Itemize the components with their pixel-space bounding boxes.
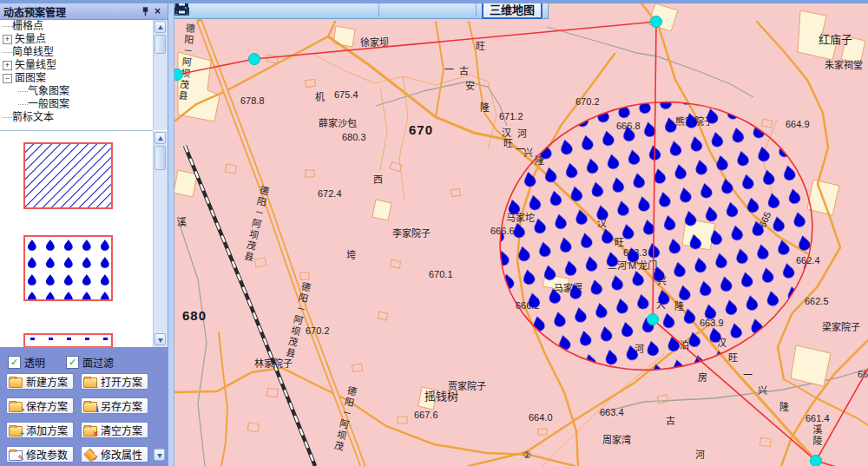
plan-controls-panel: ✓透明✓面过滤 新建方案↓打开方案▪保存方案ℹ另存方案+添加方案✕清空方案✎修改… xyxy=(0,347,168,466)
tree-item-label: 矢量点 xyxy=(15,33,46,46)
tree-connector xyxy=(18,104,28,105)
pattern-scrollbar[interactable] xyxy=(153,131,168,347)
parcel-lines xyxy=(312,54,777,466)
edit-params-icon: ✎ xyxy=(9,449,23,460)
tree-item-label: 气象图案 xyxy=(28,85,69,98)
application-window: 动态预案管理 × 栅格点+矢量点简单线型+矢量线型−面图案气象图案一般图案箭标文… xyxy=(0,0,868,466)
button-label: 添加方案 xyxy=(23,423,71,437)
new-folder-button[interactable]: 新建方案 xyxy=(6,373,74,390)
pattern-list xyxy=(0,130,153,348)
pattern-swatch-drops[interactable] xyxy=(23,235,113,301)
tree-item-label: 简单线型 xyxy=(12,46,54,59)
tree-item-label: 矢量线型 xyxy=(15,59,56,72)
minus-expander-icon[interactable]: − xyxy=(3,74,12,83)
window-top-edge xyxy=(0,0,868,3)
edit-params-button[interactable]: ✎修改参数 xyxy=(6,446,74,463)
tree-item-1[interactable]: +矢量点 xyxy=(0,33,153,46)
tree-connector xyxy=(3,52,12,53)
open-folder-button[interactable]: ↓打开方案 xyxy=(81,373,148,390)
tree-item-3[interactable]: +矢量线型 xyxy=(0,59,153,72)
tree-item-0[interactable]: 栅格点 xyxy=(0,20,153,33)
icon-badge: ✓ xyxy=(92,455,99,463)
tree-item-5[interactable]: 气象图案 xyxy=(0,85,153,98)
saveas-folder-icon: ℹ xyxy=(83,400,97,411)
scroll-down-icon[interactable] xyxy=(155,333,166,345)
tree-item-label: 箭标文本 xyxy=(12,111,54,124)
tree-item-6[interactable]: 一般图案 xyxy=(0,98,153,111)
building-outlines xyxy=(225,55,772,447)
map-viewport[interactable]: 徐家坝德阳－阿坝茂县德阳－阿坝茂县德阳－阿坝茂县德阳－阿坝茂678.8机675.… xyxy=(174,0,868,466)
panel-titlebar: 动态预案管理 × xyxy=(0,3,168,20)
button-label: 修改参数 xyxy=(23,447,71,462)
saveas-folder-button[interactable]: ℹ另存方案 xyxy=(81,397,148,414)
icon-badge: ✕ xyxy=(92,430,99,438)
tree-item-label: 面图案 xyxy=(15,72,46,85)
pattern-scroll-thumb[interactable] xyxy=(155,146,166,170)
add-folder-button[interactable]: +添加方案 xyxy=(6,422,74,438)
tree-item-label: 栅格点 xyxy=(12,20,43,33)
icon-badge: + xyxy=(20,430,24,438)
pattern-swatch-partial[interactable] xyxy=(23,333,113,348)
icon-badge: ▪ xyxy=(22,406,24,414)
plan-manager-panel: 动态预案管理 × 栅格点+矢量点简单线型+矢量线型−面图案气象图案一般图案箭标文… xyxy=(0,0,168,466)
plan-buttons: 新建方案↓打开方案▪保存方案ℹ另存方案+添加方案✕清空方案✎修改参数✓修改属性 xyxy=(6,373,155,463)
scroll-down-icon[interactable] xyxy=(154,449,165,461)
toolbar-separator xyxy=(378,3,379,16)
button-label: 新建方案 xyxy=(23,374,71,389)
tree-scroll-thumb[interactable] xyxy=(155,35,166,54)
clear-folder-icon: ✕ xyxy=(83,424,97,436)
button-label: 清空方案 xyxy=(97,423,146,437)
railway xyxy=(185,146,315,466)
checkbox-0[interactable]: ✓透明 xyxy=(8,355,45,370)
layer-tree: 栅格点+矢量点简单线型+矢量线型−面图案气象图案一般图案箭标文本 xyxy=(0,20,153,129)
pattern-swatch-hatch[interactable] xyxy=(23,142,113,209)
open-folder-icon: ↓ xyxy=(83,376,97,387)
button-label: 另存方案 xyxy=(97,398,146,413)
icon-badge: ℹ xyxy=(96,406,99,414)
save-folder-icon: ▪ xyxy=(9,400,23,411)
edit-attrs-button[interactable]: ✓修改属性 xyxy=(81,446,148,463)
tree-item-2[interactable]: 简单线型 xyxy=(0,46,153,59)
edit-attrs-icon: ✓ xyxy=(83,449,97,460)
button-label: 打开方案 xyxy=(97,374,146,389)
tree-scrollbar[interactable] xyxy=(153,20,168,130)
button-label: 修改属性 xyxy=(97,447,146,462)
filter-checkboxes: ✓透明✓面过滤 xyxy=(8,355,114,370)
plus-expander-icon[interactable]: + xyxy=(3,35,12,44)
button-label: 保存方案 xyxy=(23,398,71,413)
checkbox-1[interactable]: ✓面过滤 xyxy=(66,355,114,370)
clear-folder-button[interactable]: ✕清空方案 xyxy=(81,422,148,438)
scroll-up-icon[interactable] xyxy=(155,21,166,33)
toolbar-separator xyxy=(476,3,477,16)
panel-title: 动态预案管理 xyxy=(3,4,138,19)
plus-expander-icon[interactable]: + xyxy=(3,61,12,70)
pin-icon[interactable] xyxy=(138,5,151,17)
checkbox-label: 透明 xyxy=(24,355,45,370)
panel-splitter[interactable] xyxy=(168,0,174,466)
save-folder-button[interactable]: ▪保存方案 xyxy=(6,397,74,414)
tree-connector xyxy=(3,26,12,27)
checkbox-box-icon[interactable]: ✓ xyxy=(66,356,79,369)
icon-badge: ✎ xyxy=(17,455,24,463)
add-folder-icon: + xyxy=(9,424,23,436)
checkbox-label: 面过滤 xyxy=(82,355,114,370)
tree-connector xyxy=(3,117,12,118)
scroll-up-icon[interactable] xyxy=(155,132,166,144)
close-icon[interactable]: × xyxy=(151,5,164,17)
map-base-layer xyxy=(174,0,868,466)
tree-item-4[interactable]: −面图案 xyxy=(0,72,153,85)
icon-badge: ↓ xyxy=(95,382,100,390)
tree-item-7[interactable]: 箭标文本 xyxy=(0,111,153,124)
new-folder-icon xyxy=(9,376,23,387)
checkbox-box-icon[interactable]: ✓ xyxy=(8,356,21,369)
tree-connector xyxy=(18,91,28,92)
tree-item-label: 一般图案 xyxy=(28,98,69,111)
